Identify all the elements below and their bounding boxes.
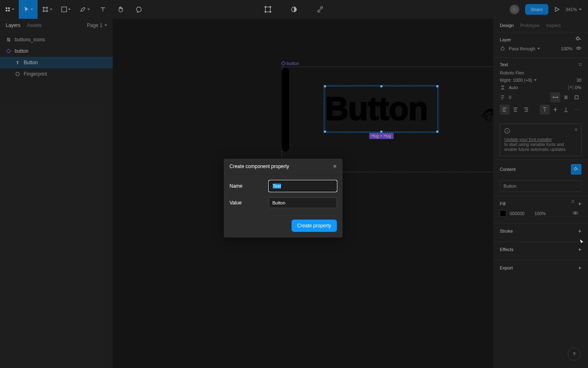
- section-title: Effects: [500, 247, 513, 252]
- top-toolbar: Share 341%: [0, 0, 588, 19]
- paragraph-icon: [500, 95, 506, 100]
- content-input[interactable]: [500, 180, 581, 192]
- notice-link[interactable]: Update your font installer: [504, 137, 552, 142]
- text-tool[interactable]: [94, 0, 112, 19]
- text-resize-fixed[interactable]: [572, 92, 581, 102]
- help-button[interactable]: ?: [568, 348, 581, 361]
- create-property-button[interactable]: Create property: [292, 220, 337, 232]
- letter-spacing-input[interactable]: A0%: [568, 85, 581, 90]
- share-button[interactable]: Share: [525, 4, 548, 15]
- chevron-down-icon: [87, 9, 90, 10]
- info-icon: [504, 128, 510, 135]
- notice-text: to start using variable fonts and enable…: [504, 142, 566, 152]
- layer-row[interactable]: buttons_icons: [0, 34, 113, 45]
- align-middle[interactable]: [550, 105, 560, 114]
- user-avatar[interactable]: [510, 4, 519, 14]
- text-icon: T: [15, 60, 20, 65]
- tab-inspect[interactable]: Inspect: [546, 23, 560, 28]
- visibility-icon[interactable]: [572, 211, 578, 216]
- right-panel-tabs: Design Prototype Inspect: [493, 19, 588, 32]
- section-title: Layer: [500, 37, 511, 42]
- svg-rect-0: [62, 7, 67, 12]
- svg-rect-8: [576, 37, 579, 40]
- close-notice-button[interactable]: ✕: [574, 127, 578, 132]
- fill-opacity[interactable]: 100%: [535, 211, 546, 216]
- more-icon[interactable]: [579, 63, 581, 66]
- resize-handle[interactable]: [436, 85, 439, 88]
- fill-swatch[interactable]: [500, 210, 506, 217]
- layer-name: buttons_icons: [15, 37, 45, 43]
- font-installer-notice: ✕ Update your font installerto start usi…: [500, 123, 581, 156]
- paragraph-input[interactable]: 0: [509, 95, 511, 100]
- layer-row[interactable]: button: [0, 45, 113, 57]
- layer-style-icon[interactable]: [576, 36, 581, 43]
- section-fill: Fill 000000 100%: [493, 196, 588, 223]
- add-stroke-button[interactable]: [578, 228, 581, 234]
- svg-point-4: [265, 11, 266, 13]
- tab-prototype[interactable]: Prototype: [520, 23, 539, 28]
- svg-point-3: [270, 7, 271, 8]
- visibility-icon[interactable]: [576, 46, 581, 51]
- modal-header: Create component property ✕: [224, 159, 343, 175]
- layer-row-selected[interactable]: TButton: [0, 57, 113, 68]
- property-value-input[interactable]: [269, 197, 337, 208]
- fill-hex[interactable]: 000000: [510, 211, 525, 216]
- svg-point-5: [270, 11, 271, 13]
- section-export: Export: [493, 260, 588, 278]
- pen-tool[interactable]: [75, 0, 94, 19]
- font-family-dropdown[interactable]: Roboto Flex: [500, 70, 524, 75]
- chevron-down-icon: [50, 9, 52, 10]
- layer-name: Fingerprint: [24, 71, 47, 77]
- font-weight-dropdown[interactable]: Wght: 1000 (+9): [500, 78, 537, 83]
- link-tool[interactable]: [311, 0, 329, 19]
- align-bottom[interactable]: [561, 105, 571, 114]
- add-effect-button[interactable]: [578, 246, 581, 253]
- style-icon[interactable]: [572, 200, 574, 207]
- align-left[interactable]: [500, 105, 510, 114]
- align-center[interactable]: [510, 105, 520, 114]
- svg-rect-12: [574, 167, 577, 170]
- more-text-icon[interactable]: ⋯: [572, 105, 581, 114]
- hand-tool[interactable]: [112, 0, 130, 19]
- present-button[interactable]: [554, 0, 560, 19]
- add-fill-button[interactable]: [578, 200, 581, 207]
- resize-handle[interactable]: [324, 85, 326, 88]
- frame-tool[interactable]: [38, 0, 56, 19]
- apply-content-prop-button[interactable]: [571, 164, 581, 175]
- modal-title: Create component property: [229, 164, 289, 169]
- text-resize-auto-width[interactable]: [550, 92, 560, 102]
- align-top[interactable]: [540, 105, 550, 114]
- move-tool[interactable]: [19, 0, 38, 19]
- property-name-input[interactable]: [269, 180, 337, 192]
- component-tool[interactable]: [259, 0, 277, 19]
- resize-handle[interactable]: [436, 130, 439, 133]
- resize-handle[interactable]: [380, 85, 383, 88]
- chevron-down-icon: [534, 79, 537, 81]
- close-modal-button[interactable]: ✕: [333, 164, 337, 169]
- comment-tool[interactable]: [130, 0, 148, 19]
- svg-point-9: [578, 48, 579, 49]
- main-menu-button[interactable]: [0, 0, 19, 19]
- tab-assets[interactable]: Assets: [27, 22, 42, 28]
- text-resize-auto-height[interactable]: [561, 92, 571, 102]
- line-height-input[interactable]: Auto: [509, 85, 518, 90]
- create-component-property-modal: Create component property ✕ Name Value C…: [224, 159, 343, 238]
- align-right[interactable]: [521, 105, 531, 114]
- tab-design[interactable]: Design: [500, 23, 514, 28]
- component-frame-label[interactable]: button: [282, 61, 299, 66]
- section-content: Content: [493, 159, 588, 196]
- font-size-input[interactable]: 30: [577, 78, 581, 83]
- toolbar-center: [259, 0, 329, 19]
- tab-layers[interactable]: Layers: [6, 22, 20, 28]
- blend-mode-dropdown[interactable]: Pass through: [509, 46, 540, 51]
- selection-box: Hug × Hug: [325, 86, 438, 132]
- resize-handle[interactable]: [324, 130, 326, 133]
- layer-opacity[interactable]: 100%: [561, 46, 572, 51]
- zoom-display[interactable]: 341%: [566, 7, 581, 12]
- shape-tool[interactable]: [56, 0, 75, 19]
- page-selector[interactable]: Page 1: [87, 22, 107, 28]
- add-export-button[interactable]: [578, 265, 581, 271]
- mask-tool[interactable]: [285, 0, 303, 19]
- layer-row[interactable]: Fingerprint: [0, 68, 113, 80]
- section-text: Text Roboto Flex Wght: 1000 (+9)30 AutoA…: [493, 58, 588, 121]
